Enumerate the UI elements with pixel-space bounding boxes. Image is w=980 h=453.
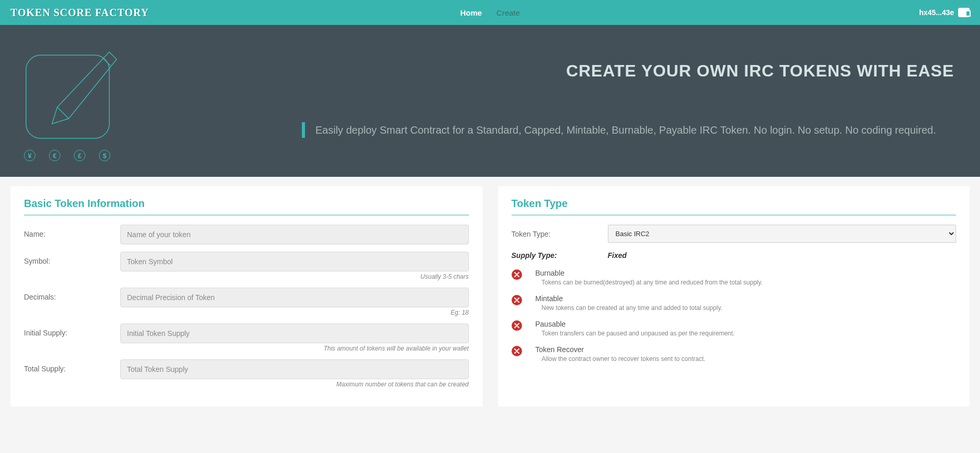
initial-supply-input[interactable] xyxy=(120,323,469,343)
decimals-hint: Eg: 18 xyxy=(120,309,469,316)
feature-token-recover: Token Recover Allow the contract owner t… xyxy=(512,345,957,363)
feature-name: Token Recover xyxy=(536,345,957,354)
wallet-address-text: hx45...43e xyxy=(919,8,954,17)
x-icon xyxy=(512,295,522,305)
initial-supply-row: Initial Supply: This amount of tokens wi… xyxy=(24,323,469,352)
wallet-icon xyxy=(958,8,970,17)
nav: Home Create xyxy=(460,8,520,17)
symbol-input[interactable] xyxy=(120,252,469,271)
basic-info-card: Basic Token Information Name: Symbol: Us… xyxy=(10,186,482,407)
cards-row: Basic Token Information Name: Symbol: Us… xyxy=(0,177,980,416)
logo[interactable]: TOKEN SCORE FACTORY xyxy=(10,7,149,19)
nav-home[interactable]: Home xyxy=(460,8,482,17)
feature-mintable: Mintable New tokens can be created at an… xyxy=(512,294,957,312)
header: TOKEN SCORE FACTORY Home Create hx45...4… xyxy=(0,0,980,25)
symbol-hint: Usually 3-5 chars xyxy=(120,273,469,280)
x-icon xyxy=(512,269,522,280)
feature-name: Mintable xyxy=(536,294,957,303)
x-icon xyxy=(512,320,522,331)
hero-illustration: ¥ € £ $ xyxy=(21,46,135,161)
dollar-icon: $ xyxy=(99,150,110,161)
hero-quote: Easily deploy Smart Contract for a Stand… xyxy=(302,122,954,138)
total-supply-label: Total Supply: xyxy=(24,359,120,373)
token-type-label: Token Type: xyxy=(512,230,608,238)
token-type-card: Token Type Token Type: Basic IRC2 Supply… xyxy=(498,186,970,407)
total-supply-hint: Maximum number ot tokens that can be cre… xyxy=(120,381,469,388)
feature-name: Burnable xyxy=(536,269,957,277)
name-input[interactable] xyxy=(120,225,469,244)
name-row: Name: xyxy=(24,225,469,244)
token-type-row: Token Type: Basic IRC2 xyxy=(512,225,957,243)
symbol-row: Symbol: Usually 3-5 chars xyxy=(24,252,469,280)
supply-type-label: Supply Type: xyxy=(512,251,608,260)
decimals-row: Decimals: Eg: 18 xyxy=(24,288,469,316)
feature-burnable: Burnable Tokens can be burned(destroyed)… xyxy=(512,269,957,286)
symbol-label: Symbol: xyxy=(24,252,120,265)
pound-icon: £ xyxy=(74,150,85,161)
nav-create[interactable]: Create xyxy=(497,8,520,17)
feature-pausable: Pausable Token transfers can be paused a… xyxy=(512,320,957,337)
svg-rect-0 xyxy=(26,55,109,138)
initial-supply-label: Initial Supply: xyxy=(24,323,120,337)
wallet-address[interactable]: hx45...43e xyxy=(919,8,970,17)
token-type-select[interactable]: Basic IRC2 xyxy=(608,225,957,243)
basic-info-title: Basic Token Information xyxy=(24,198,469,215)
x-icon xyxy=(512,346,522,356)
feature-name: Pausable xyxy=(536,320,957,328)
total-supply-row: Total Supply: Maximum number ot tokens t… xyxy=(24,359,469,388)
feature-desc: New tokens can be created at any time an… xyxy=(536,304,957,312)
feature-desc: Allow the contract owner to recover toke… xyxy=(536,355,957,363)
decimals-label: Decimals: xyxy=(24,288,120,301)
decimals-input[interactable] xyxy=(120,288,469,307)
hero: ¥ € £ $ CREATE YOUR OWN IRC TOKENS WITH … xyxy=(0,25,980,177)
hero-title: CREATE YOUR OWN IRC TOKENS WITH EASE xyxy=(156,61,954,81)
feature-desc: Token transfers can be paused and unpaus… xyxy=(536,330,957,337)
total-supply-input[interactable] xyxy=(120,359,469,379)
feature-desc: Tokens can be burned(destroyed) at any t… xyxy=(536,279,957,286)
supply-type-row: Supply Type: Fixed xyxy=(512,251,957,260)
euro-icon: € xyxy=(49,150,60,161)
hero-text: CREATE YOUR OWN IRC TOKENS WITH EASE Eas… xyxy=(156,46,959,161)
pencil-edit-icon xyxy=(21,46,120,145)
token-type-title: Token Type xyxy=(512,198,957,215)
initial-supply-hint: This amount of tokens will be available … xyxy=(120,345,469,352)
currency-icons: ¥ € £ $ xyxy=(21,150,135,161)
name-label: Name: xyxy=(24,225,120,238)
supply-type-value: Fixed xyxy=(608,251,627,260)
yen-icon: ¥ xyxy=(24,150,35,161)
